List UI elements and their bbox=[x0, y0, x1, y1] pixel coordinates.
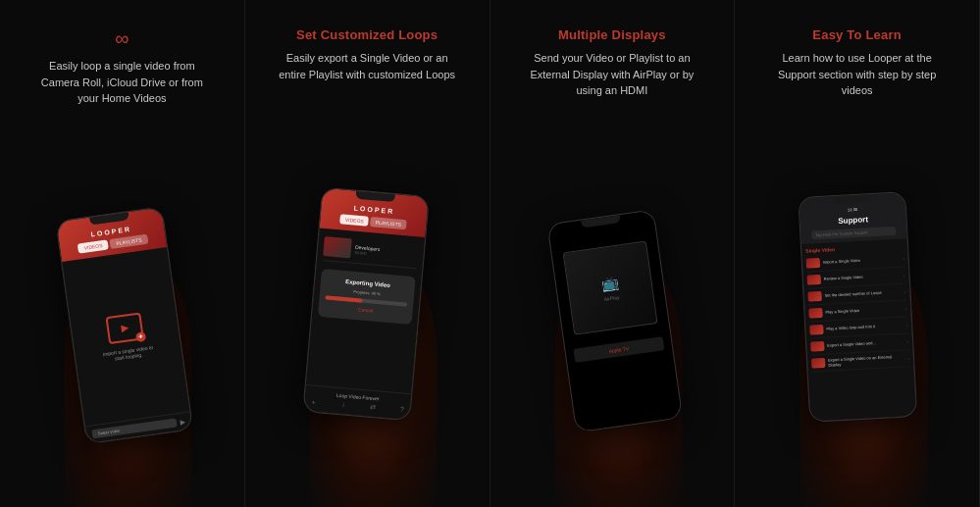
panel-easy-learn: Easy To Learn Learn how to use Looper at… bbox=[735, 0, 980, 507]
panel4-title: Easy To Learn bbox=[812, 27, 902, 42]
arrow-7: › bbox=[907, 355, 909, 361]
video-info: Developers 01 min bbox=[355, 243, 419, 260]
arrow-2: › bbox=[903, 272, 904, 278]
panel-multiple-displays: Multiple Displays Send your Video or Pla… bbox=[490, 0, 736, 507]
screen2-tabs: VIDEOS PLAYLISTS bbox=[340, 214, 407, 229]
item-icon-7 bbox=[811, 358, 826, 369]
airplay-label: AirPlay bbox=[602, 294, 620, 302]
tab-videos-1: VIDEOS bbox=[78, 239, 110, 253]
import-icon: + bbox=[106, 312, 145, 344]
item-icon-4 bbox=[808, 308, 823, 319]
support-title: Support bbox=[838, 215, 868, 226]
panel2-desc: Easily export a Single Video or an entir… bbox=[279, 50, 455, 82]
panel1-desc: Easily loop a single video from Camera R… bbox=[33, 58, 210, 107]
item-text-1: Import a Single Video bbox=[822, 258, 859, 265]
panel-loop-single: ∞ Easily loop a single video from Camera… bbox=[0, 0, 245, 507]
item-text-2: Review a Single Video bbox=[823, 275, 862, 281]
tab-videos-2: VIDEOS bbox=[340, 214, 370, 226]
export-modal: Exporting Video Progress: 45 % Cancel bbox=[318, 268, 416, 324]
arrow-3: › bbox=[903, 288, 905, 294]
item-icon-3 bbox=[807, 291, 822, 302]
item-icon-6 bbox=[810, 341, 825, 352]
screen3-list: Apple TV bbox=[564, 329, 673, 373]
arrow-6: › bbox=[906, 338, 908, 344]
help-icon: ? bbox=[400, 405, 405, 415]
screen-content-4: 11:30 Support Tap Here For Custom Suppor… bbox=[799, 192, 916, 421]
share-icon: ⇄ bbox=[369, 402, 376, 412]
play-icon: ▶ bbox=[181, 417, 186, 426]
panel3-desc: Send your Video or Playlist to an Extern… bbox=[524, 50, 700, 99]
arrow-5: › bbox=[905, 322, 907, 328]
item-text-3: Set the desired number of Loops bbox=[824, 290, 881, 298]
arrow-1: › bbox=[903, 255, 904, 261]
video-item-1: Developers 01 min bbox=[323, 232, 419, 269]
tab-playlists-2: PLAYLISTS bbox=[370, 217, 406, 229]
phone-wrap-3: 📺 AirPlay Apple TV bbox=[502, 113, 723, 492]
item-icon-5 bbox=[809, 325, 824, 335]
screen-content-2: LOOPER VIDEOS PLAYLISTS Developers 01 mi… bbox=[304, 187, 429, 420]
panel3-title: Multiple Displays bbox=[558, 27, 666, 42]
tab-playlists-1: PLAYLISTS bbox=[110, 233, 148, 248]
plus-icon: + bbox=[135, 330, 146, 341]
display-content: 📺 AirPlay bbox=[600, 275, 620, 302]
arrow-4: › bbox=[904, 305, 906, 311]
screen4-body: Single Video Import a Single Video › Rev… bbox=[800, 238, 915, 421]
ext-display: 📺 AirPlay bbox=[562, 241, 657, 335]
tv-icon: 📺 bbox=[600, 275, 619, 292]
item-text-4: Play a Single Video bbox=[825, 308, 859, 315]
notch-4 bbox=[832, 194, 871, 204]
item-icon-1 bbox=[805, 258, 820, 269]
phone-wrap-2: LOOPER VIDEOS PLAYLISTS Developers 01 mi… bbox=[257, 96, 478, 491]
screen1-body: + Import a single video tostart looping. bbox=[63, 247, 190, 426]
phone-wrap-4: 11:30 Support Tap Here For Custom Suppor… bbox=[747, 113, 967, 492]
screen1-footer-icons: ▶ bbox=[181, 417, 186, 426]
screen2-body: Developers 01 min Exporting Video Progre… bbox=[306, 228, 426, 393]
status-time: 11:30 bbox=[848, 207, 857, 213]
item-text-5: Play a Video loop and trim it bbox=[826, 324, 875, 331]
phone-screen-2: LOOPER VIDEOS PLAYLISTS Developers 01 mi… bbox=[302, 186, 430, 421]
custom-support-search: Tap Here For Custom Support bbox=[811, 227, 897, 240]
add-icon: ＋ bbox=[310, 397, 318, 408]
apple-tv-label: Apple TV bbox=[573, 337, 664, 364]
screen1-logo: LOOPER bbox=[91, 226, 132, 238]
panel2-title: Set Customized Loops bbox=[296, 27, 438, 42]
panel-custom-loops: Set Customized Loops Easily export a Sin… bbox=[245, 0, 490, 507]
download-icon: ↓ bbox=[341, 400, 345, 410]
item-text-7: Export a Single Video on an External Dis… bbox=[828, 353, 905, 367]
panel4-desc: Learn how to use Looper at the Support s… bbox=[769, 50, 946, 99]
video-thumb bbox=[323, 236, 352, 258]
screen2-logo: LOOPER bbox=[354, 204, 395, 215]
phone-screen-4: 11:30 Support Tap Here For Custom Suppor… bbox=[798, 191, 917, 422]
import-label: Import a single video tostart looping. bbox=[103, 343, 155, 362]
progress-bar-fill bbox=[326, 295, 363, 302]
infinity-icon: ∞ bbox=[115, 27, 129, 50]
phone-wrap-1: LOOPER VIDEOS PLAYLISTS + Import a singl… bbox=[12, 121, 232, 492]
item-text-6: Export a Single Video and... bbox=[827, 340, 876, 348]
item-icon-2 bbox=[806, 275, 821, 285]
